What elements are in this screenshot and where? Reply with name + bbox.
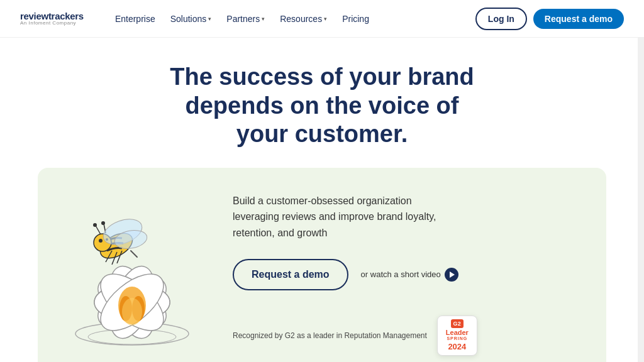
play-icon: [445, 268, 458, 282]
request-demo-main-button[interactable]: Request a demo: [233, 259, 348, 290]
logo[interactable]: reviewtrackers An Infoment Company: [20, 11, 84, 26]
solutions-chevron-icon: ▾: [208, 16, 211, 22]
nav-partners[interactable]: Partners ▾: [220, 9, 271, 29]
hero-subtitle: Build a customer-obsessed organization l…: [233, 193, 459, 241]
hero-section: The success of your brand depends on the…: [0, 38, 644, 362]
svg-line-18: [96, 226, 101, 234]
navbar: reviewtrackers An Infoment Company Enter…: [0, 0, 644, 38]
nav-solutions[interactable]: Solutions ▾: [164, 9, 218, 29]
nav-actions: Log In Request a demo: [475, 8, 624, 30]
g2-badge: G2 Leader SPRING 2024: [437, 315, 477, 356]
svg-point-13: [122, 298, 142, 326]
g2-season-label: SPRING: [447, 336, 467, 341]
partners-chevron-icon: ▾: [262, 16, 265, 22]
watch-video-link[interactable]: or watch a short video: [361, 268, 458, 282]
g2-badge-area: Recognized by G2 as a leader in Reputati…: [233, 315, 587, 356]
request-demo-nav-button[interactable]: Request a demo: [533, 9, 624, 29]
svg-point-21: [101, 221, 105, 225]
watch-video-text: or watch a short video: [361, 270, 441, 279]
hero-content: Build a customer-obsessed organization l…: [226, 168, 606, 362]
hero-cta: Request a demo or watch a short video: [233, 259, 587, 290]
play-triangle-icon: [450, 272, 455, 278]
nav-enterprise[interactable]: Enterprise: [109, 9, 162, 29]
g2-leader-label: Leader: [446, 329, 469, 336]
svg-point-19: [93, 223, 97, 227]
login-button[interactable]: Log In: [475, 8, 527, 30]
nav-resources[interactable]: Resources ▾: [274, 9, 333, 29]
hero-illustration: [38, 177, 226, 362]
bee-flower-illustration: [57, 189, 208, 359]
g2-recognition-text: Recognized by G2 as a leader in Reputati…: [233, 331, 427, 340]
nav-pricing[interactable]: Pricing: [336, 9, 375, 29]
g2-label: G2: [451, 319, 464, 328]
svg-point-16: [99, 239, 103, 243]
nav-links: Enterprise Solutions ▾ Partners ▾ Resour…: [109, 9, 475, 29]
brand-name: reviewtrackers: [20, 11, 84, 21]
resources-chevron-icon: ▾: [324, 16, 327, 22]
g2-year-label: 2024: [448, 342, 466, 351]
brand-tagline: An Infoment Company: [20, 21, 84, 26]
hero-title: The success of your brand depends on the…: [158, 63, 486, 149]
scrollbar[interactable]: [638, 0, 644, 362]
hero-card: Build a customer-obsessed organization l…: [38, 168, 606, 362]
